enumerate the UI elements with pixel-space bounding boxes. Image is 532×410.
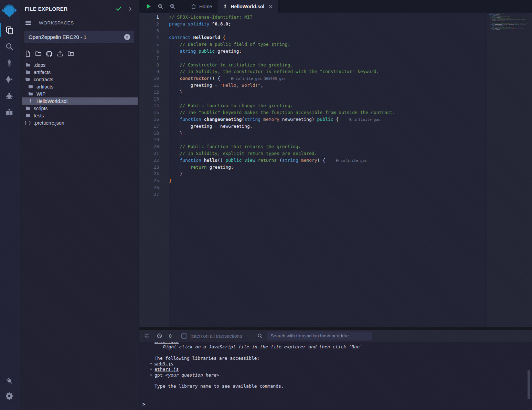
line-number: 24 bbox=[139, 170, 159, 177]
indent-guide bbox=[180, 48, 180, 55]
workspace-select[interactable]: OpenZeppelin ERC20 - 1 bbox=[24, 31, 134, 43]
code-line[interactable]: return greeting; bbox=[169, 164, 486, 171]
workspaces-label: WORKSPACES bbox=[39, 20, 74, 25]
code-line[interactable] bbox=[169, 191, 486, 198]
terminal-link[interactable]: ethers.js bbox=[155, 367, 179, 372]
terminal-search-icon bbox=[257, 333, 263, 339]
solidity-compiler-icon[interactable] bbox=[0, 57, 19, 69]
listen-all-transactions-label: listen on all transactions bbox=[191, 333, 242, 339]
code-line[interactable]: // Public function to change the greetin… bbox=[169, 102, 486, 109]
line-number: 13 bbox=[139, 96, 159, 103]
line-number: 18 bbox=[139, 130, 159, 137]
terminal-output[interactable]: interface- Right click on a JavaScript f… bbox=[139, 342, 532, 401]
terminal-prompt[interactable]: > bbox=[139, 401, 532, 410]
line-number: 19 bbox=[139, 136, 159, 143]
code-line[interactable]: function changeGreeting(string memory ne… bbox=[169, 116, 486, 123]
code-line[interactable]: pragma solidity ^0.8.0; bbox=[169, 21, 486, 28]
code-line[interactable]: // Declare a public field of type string… bbox=[169, 41, 486, 48]
close-tab-icon[interactable] bbox=[268, 4, 273, 9]
terminal-scrollbar-thumb[interactable] bbox=[528, 370, 530, 399]
terminal-line: interface bbox=[155, 342, 532, 344]
tree-row[interactable]: WIP bbox=[22, 90, 138, 97]
code-line[interactable]: constructor() {infinite gas 368600 gas bbox=[169, 75, 486, 82]
tree-row[interactable]: .deps bbox=[22, 61, 138, 69]
code-line[interactable]: greeting = newGreeting; bbox=[169, 123, 486, 130]
tree-item-label: artifacts bbox=[34, 70, 51, 75]
line-number: 23 bbox=[139, 164, 159, 171]
tab-helloworld-sol[interactable]: HelloWorld.sol bbox=[217, 0, 279, 13]
plugin-manager-icon[interactable] bbox=[0, 375, 19, 387]
tab-home[interactable]: Home bbox=[185, 0, 217, 13]
tree-row[interactable]: { }.prettierrc.json bbox=[22, 119, 138, 126]
code-line[interactable] bbox=[169, 96, 486, 103]
code-line[interactable]: // SPDX-License-Identifier: MIT bbox=[169, 14, 486, 21]
folder-icon bbox=[25, 62, 31, 67]
tree-item-label: artifacts bbox=[36, 84, 53, 90]
code-line[interactable]: contract HelloWorld { bbox=[169, 34, 486, 41]
terminal-line: The following libraries are accessible: bbox=[155, 356, 532, 361]
code-line[interactable] bbox=[169, 136, 486, 143]
folder-icon bbox=[25, 113, 31, 118]
minimap[interactable]: // SPDX-License-Identifier: MITpragma so… bbox=[486, 13, 532, 327]
terminal-link[interactable]: web3.js bbox=[155, 361, 173, 366]
clone-github-icon[interactable] bbox=[45, 50, 53, 57]
tree-row[interactable]: tests bbox=[22, 112, 138, 119]
code-line[interactable]: string public greeting; bbox=[169, 48, 486, 55]
line-number: 25 bbox=[139, 177, 159, 184]
search-icon[interactable] bbox=[0, 41, 19, 52]
editor-terminal-divider[interactable] bbox=[139, 327, 532, 330]
terminal-search-input[interactable] bbox=[267, 332, 372, 340]
file-explorer-icon[interactable] bbox=[0, 24, 19, 36]
folder-icon bbox=[25, 106, 31, 111]
tree-item-label: WIP bbox=[36, 91, 45, 97]
tree-row[interactable]: scripts bbox=[22, 105, 138, 112]
deploy-run-icon[interactable] bbox=[0, 74, 19, 85]
code-content[interactable]: // SPDX-License-Identifier: MITpragma so… bbox=[169, 13, 486, 327]
code-line[interactable]: function hello() public view returns (st… bbox=[169, 157, 486, 164]
code-line[interactable]: } bbox=[169, 89, 486, 96]
zoom-in-button[interactable] bbox=[169, 3, 176, 10]
learneth-icon[interactable] bbox=[0, 107, 19, 118]
code-line[interactable]: greeting = "Hello, World!"; bbox=[169, 82, 486, 89]
new-folder-icon[interactable] bbox=[35, 50, 42, 57]
run-script-button[interactable] bbox=[145, 3, 152, 10]
debugger-icon[interactable] bbox=[0, 90, 19, 102]
code-line[interactable]: // In Solidity, the constructor is defin… bbox=[169, 68, 486, 75]
checkmark-icon[interactable] bbox=[115, 5, 122, 12]
indent-guide bbox=[180, 150, 180, 157]
code-line[interactable]: } bbox=[169, 170, 486, 177]
zoom-out-button[interactable] bbox=[157, 3, 164, 10]
code-line[interactable]: // The "public" keyword makes the functi… bbox=[169, 109, 486, 116]
terminal-link[interactable]: interface bbox=[155, 342, 179, 344]
code-line[interactable] bbox=[169, 184, 486, 191]
upload-folder-icon[interactable] bbox=[67, 50, 74, 57]
hamburger-menu-icon[interactable] bbox=[25, 19, 32, 27]
code-line[interactable] bbox=[169, 28, 486, 34]
terminal-line: - Right click on a JavaScript file in th… bbox=[155, 344, 532, 350]
tree-row[interactable]: artifacts bbox=[22, 83, 138, 90]
line-number: 11 bbox=[139, 82, 159, 89]
code-line[interactable] bbox=[169, 55, 486, 62]
tree-row[interactable]: contracts bbox=[22, 76, 138, 83]
code-line[interactable]: // In Solidity, explicit return types ar… bbox=[169, 150, 486, 157]
tree-row[interactable]: HelloWorld.sol bbox=[22, 97, 138, 105]
settings-icon[interactable] bbox=[0, 390, 19, 402]
line-number: 16 bbox=[139, 116, 159, 123]
clear-console-icon[interactable] bbox=[157, 333, 162, 339]
folder-icon bbox=[28, 91, 33, 96]
code-line[interactable]: } bbox=[169, 177, 486, 184]
new-file-icon[interactable] bbox=[24, 50, 31, 57]
listen-all-transactions-checkbox[interactable] bbox=[181, 333, 187, 339]
indent-guide bbox=[180, 136, 180, 143]
upload-file-icon[interactable] bbox=[56, 50, 64, 57]
tree-row[interactable]: artifacts bbox=[22, 69, 138, 76]
code-line[interactable]: } bbox=[169, 130, 486, 137]
folder-icon bbox=[28, 84, 33, 89]
code-line[interactable]: // Public function that returns the gree… bbox=[169, 143, 486, 150]
line-number: 1 bbox=[139, 14, 159, 21]
expand-terminal-icon[interactable] bbox=[144, 333, 150, 339]
indent-guide bbox=[180, 164, 180, 171]
gas-estimate-hint: infinite gas 368600 gas bbox=[231, 76, 286, 81]
code-line[interactable]: // Constructor to initialize the greetin… bbox=[169, 62, 486, 69]
chevron-right-icon[interactable] bbox=[128, 6, 133, 11]
